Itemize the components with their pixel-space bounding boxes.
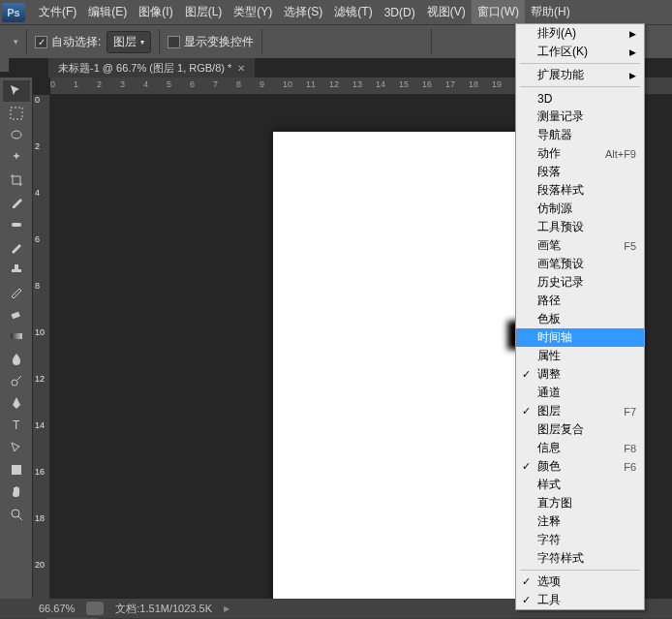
menu-item-画笔[interactable]: 画笔F5 xyxy=(516,236,644,255)
menu-item-导航器[interactable]: 导航器 xyxy=(516,126,644,144)
menu-item-仿制源[interactable]: 仿制源 xyxy=(516,200,644,218)
auto-select-label: 自动选择: xyxy=(51,34,101,50)
svg-rect-3 xyxy=(11,312,19,319)
menu-item-字符样式[interactable]: 字符样式 xyxy=(516,549,644,568)
svg-rect-0 xyxy=(11,108,22,119)
ruler-vertical[interactable]: 02468101214161820 xyxy=(33,95,50,599)
menu-item-图层[interactable]: ✓图层F7 xyxy=(516,402,644,420)
menu-3d[interactable]: 3D(D) xyxy=(379,2,421,23)
menu-view[interactable]: 视图(V) xyxy=(421,0,472,24)
menu-type[interactable]: 类型(Y) xyxy=(228,0,278,24)
svg-text:T: T xyxy=(13,418,20,432)
menu-item-选项[interactable]: ✓选项 xyxy=(516,573,644,591)
doc-info[interactable]: 文档:1.51M/1023.5K xyxy=(115,602,212,616)
move-tool[interactable] xyxy=(3,80,30,102)
menu-item-样式[interactable]: 样式 xyxy=(516,476,644,494)
menu-item-动作[interactable]: 动作Alt+F9 xyxy=(516,144,644,163)
menu-item-颜色[interactable]: ✓颜色F6 xyxy=(516,457,644,476)
svg-point-1 xyxy=(12,131,21,139)
menu-item-段落样式[interactable]: 段落样式 xyxy=(516,181,644,200)
menu-item-通道[interactable]: 通道 xyxy=(516,384,644,402)
align-btn[interactable] xyxy=(400,31,423,52)
document-tab-title: 未标题-1 @ 66.7% (图层 1, RGB/8) * xyxy=(58,61,231,76)
path-select-tool[interactable] xyxy=(3,437,30,458)
ps-logo: Ps xyxy=(2,3,25,22)
toolbox: T xyxy=(0,77,33,599)
menu-item-图层复合[interactable]: 图层复合 xyxy=(516,420,644,439)
align-btn[interactable] xyxy=(295,31,319,52)
brush-tool[interactable] xyxy=(3,236,30,258)
menu-item-扩展功能[interactable]: 扩展功能▶ xyxy=(516,66,644,84)
lasso-tool[interactable] xyxy=(3,125,30,146)
menu-item-工作区(K)[interactable]: 工作区(K)▶ xyxy=(516,43,644,61)
menu-item-测量记录[interactable]: 测量记录 xyxy=(516,108,644,126)
menu-item-时间轴[interactable]: 时间轴 xyxy=(516,328,644,347)
menu-item-字符[interactable]: 字符 xyxy=(516,531,644,549)
shape-tool[interactable] xyxy=(3,459,30,480)
svg-point-5 xyxy=(12,380,17,386)
align-btn[interactable] xyxy=(270,31,293,52)
dodge-tool[interactable] xyxy=(3,370,30,391)
layer-select-dropdown[interactable]: 图层 ▾ xyxy=(107,31,151,53)
blur-tool[interactable] xyxy=(3,348,30,369)
menu-item-段落[interactable]: 段落 xyxy=(516,163,644,181)
menu-item-工具[interactable]: ✓工具 xyxy=(516,591,644,609)
menu-image[interactable]: 图像(I) xyxy=(133,0,178,24)
menu-layer[interactable]: 图层(L) xyxy=(179,0,229,24)
menu-item-3D[interactable]: 3D xyxy=(516,89,644,108)
menu-item-调整[interactable]: ✓调整 xyxy=(516,365,644,384)
pen-tool[interactable] xyxy=(3,392,30,414)
zoom-tool[interactable] xyxy=(3,504,30,525)
eyedropper-tool[interactable] xyxy=(3,192,30,213)
menubar: Ps 文件(F) 编辑(E) 图像(I) 图层(L) 类型(Y) 选择(S) 滤… xyxy=(0,0,672,24)
hand-tool[interactable] xyxy=(3,481,30,503)
menu-item-画笔预设[interactable]: 画笔预设 xyxy=(516,255,644,273)
menu-edit[interactable]: 编辑(E) xyxy=(82,0,133,24)
menu-item-工具预设[interactable]: 工具预设 xyxy=(516,218,644,236)
menu-window[interactable]: 窗口(W) xyxy=(472,0,525,24)
eraser-tool[interactable] xyxy=(3,303,30,325)
svg-point-8 xyxy=(12,510,19,517)
svg-rect-7 xyxy=(12,465,21,475)
menu-item-色板[interactable]: 色板 xyxy=(516,310,644,328)
heal-tool[interactable] xyxy=(3,214,30,235)
menu-item-历史记录[interactable]: 历史记录 xyxy=(516,273,644,292)
menu-item-信息[interactable]: 信息F8 xyxy=(516,439,644,457)
window-menu-dropdown: 排列(A)▶工作区(K)▶扩展功能▶3D测量记录导航器动作Alt+F9段落段落样… xyxy=(515,23,645,610)
menu-item-排列(A)[interactable]: 排列(A)▶ xyxy=(516,24,644,43)
status-icon[interactable] xyxy=(86,602,104,615)
align-btn[interactable] xyxy=(321,31,344,52)
align-btn[interactable] xyxy=(350,31,373,52)
menu-item-直方图[interactable]: 直方图 xyxy=(516,494,644,512)
menu-item-属性[interactable]: 属性 xyxy=(516,347,644,365)
canvas[interactable] xyxy=(273,132,525,599)
distribute-btn[interactable] xyxy=(440,31,463,52)
show-transform-checkbox[interactable]: 显示变换控件 xyxy=(168,34,254,50)
close-icon[interactable]: ✕ xyxy=(237,63,245,74)
menu-help[interactable]: 帮助(H) xyxy=(525,0,576,24)
menu-filter[interactable]: 滤镜(T) xyxy=(328,0,378,24)
menu-select[interactable]: 选择(S) xyxy=(278,0,328,24)
show-transform-label: 显示变换控件 xyxy=(184,34,254,50)
svg-rect-4 xyxy=(11,333,22,339)
menu-file[interactable]: 文件(F) xyxy=(33,0,82,24)
align-btn[interactable] xyxy=(375,31,398,52)
wand-tool[interactable] xyxy=(3,147,30,169)
svg-rect-2 xyxy=(12,223,21,227)
zoom-level[interactable]: 66.67% xyxy=(39,603,75,614)
menu-item-路径[interactable]: 路径 xyxy=(516,292,644,310)
type-tool[interactable]: T xyxy=(3,415,30,436)
history-brush-tool[interactable] xyxy=(3,281,30,302)
marquee-tool[interactable] xyxy=(3,103,30,124)
menu-item-注释[interactable]: 注释 xyxy=(516,512,644,531)
auto-select-checkbox[interactable]: ✓ 自动选择: xyxy=(35,34,101,50)
gradient-tool[interactable] xyxy=(3,325,30,347)
stamp-tool[interactable] xyxy=(3,259,30,280)
document-tab[interactable]: 未标题-1 @ 66.7% (图层 1, RGB/8) * ✕ xyxy=(48,58,255,78)
crop-tool[interactable] xyxy=(3,170,30,191)
